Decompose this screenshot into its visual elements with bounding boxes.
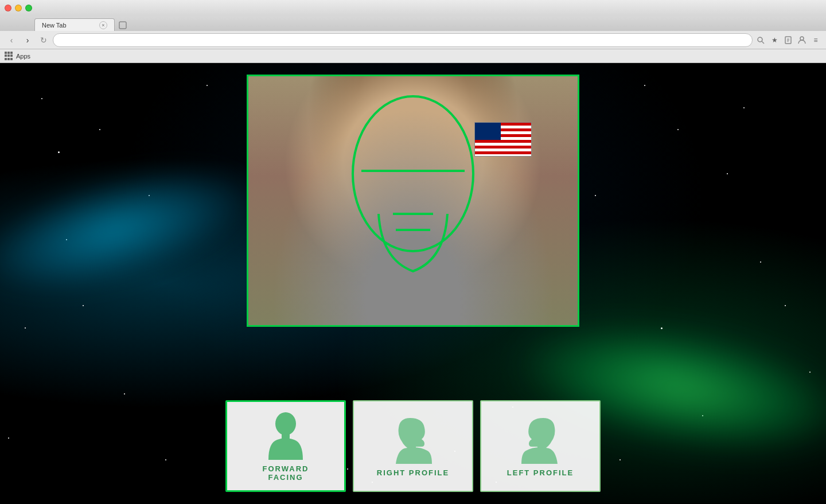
forward-label-line2: FACING — [263, 473, 309, 482]
nav-bar: ‹ › ↻ ★ ≡ — [0, 31, 826, 49]
forward-facing-card[interactable]: FORWARD FACING — [225, 400, 346, 492]
svg-rect-0 — [119, 22, 126, 29]
search-icon[interactable] — [755, 34, 766, 46]
nav-icons: ★ ≡ — [755, 34, 821, 46]
tab-title: New Tab — [42, 22, 67, 29]
refresh-button[interactable]: ↻ — [37, 33, 50, 47]
webcam-container — [247, 75, 579, 327]
right-profile-label: RIGHT PROFILE — [377, 468, 449, 477]
browser-chrome: New Tab × ‹ › ↻ ★ ≡ — [0, 0, 826, 63]
bookmark-star-icon[interactable]: ★ — [769, 34, 780, 46]
tab-bar: New Tab × — [0, 16, 826, 31]
forward-button[interactable]: › — [21, 33, 34, 47]
address-input[interactable] — [58, 36, 747, 44]
tab-close-button[interactable]: × — [99, 21, 107, 29]
webcam-feed — [248, 76, 578, 325]
new-tab-button[interactable] — [117, 19, 128, 31]
forward-silhouette-icon — [266, 411, 306, 460]
left-profile-silhouette-icon — [520, 415, 560, 464]
apps-grid-icon — [5, 52, 14, 61]
bookmarks-bar: Apps — [0, 49, 826, 63]
back-button[interactable]: ‹ — [5, 33, 18, 47]
svg-point-12 — [275, 412, 296, 435]
forward-label-line1: FORWARD — [263, 464, 309, 473]
svg-point-7 — [800, 37, 804, 40]
page-icon[interactable] — [782, 34, 794, 46]
minimize-button[interactable] — [15, 5, 22, 11]
address-bar[interactable] — [53, 33, 753, 47]
face-detection-svg — [336, 82, 490, 300]
svg-rect-13 — [282, 433, 290, 439]
svg-point-1 — [758, 37, 762, 42]
active-tab[interactable]: New Tab × — [34, 18, 115, 31]
maximize-button[interactable] — [25, 5, 32, 11]
person-icon[interactable] — [796, 34, 808, 46]
right-profile-silhouette-icon — [393, 415, 433, 464]
close-button[interactable] — [5, 5, 11, 11]
title-bar — [0, 0, 826, 16]
forward-facing-label: FORWARD FACING — [263, 464, 309, 482]
left-profile-label: LEFT PROFILE — [507, 468, 574, 477]
left-profile-card[interactable]: LEFT PROFILE — [480, 400, 601, 492]
menu-icon[interactable]: ≡ — [810, 34, 821, 46]
right-profile-card[interactable]: RIGHT PROFILE — [353, 400, 473, 492]
svg-point-8 — [353, 96, 473, 251]
profile-cards-panel: FORWARD FACING RIGHT PROFILE — [225, 400, 601, 492]
svg-line-2 — [762, 41, 764, 44]
apps-label[interactable]: Apps — [16, 53, 30, 60]
face-overlay — [336, 82, 490, 300]
main-content: FORWARD FACING RIGHT PROFILE — [0, 63, 826, 503]
